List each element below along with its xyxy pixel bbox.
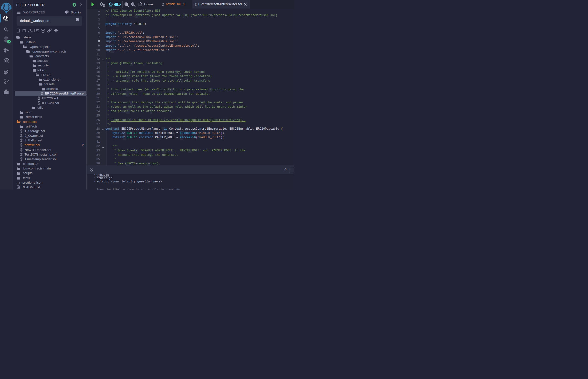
svg-text:{ }: { } [16, 182, 20, 184]
